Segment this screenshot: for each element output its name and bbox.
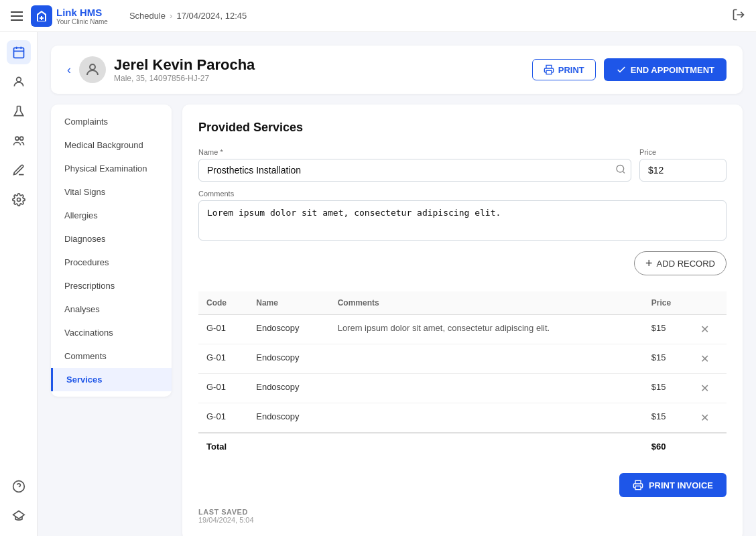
name-group: Name * xyxy=(198,148,631,182)
menu-item-diagnoses[interactable]: Diagnoses xyxy=(51,227,172,251)
patient-header-right: PRINT END APPOINTMENT xyxy=(532,58,727,81)
sidebar-graduation-icon[interactable] xyxy=(7,504,31,528)
patient-name: Jerel Kevin Parocha xyxy=(114,56,255,74)
cell-code: G-01 xyxy=(198,344,248,374)
end-appointment-button[interactable]: END APPOINTMENT xyxy=(604,58,727,81)
form-row-name-price: Name * Price xyxy=(198,148,727,182)
cell-remove[interactable]: ✕ xyxy=(692,403,727,433)
svg-rect-13 xyxy=(635,486,641,489)
menu-item-allergies[interactable]: Allergies xyxy=(51,204,172,227)
menu-item-services[interactable]: Services xyxy=(51,368,172,391)
back-button[interactable]: ‹ xyxy=(67,63,71,77)
svg-point-5 xyxy=(15,137,19,140)
content-area: Complaints Medical Background Physical E… xyxy=(51,105,743,536)
add-record-button[interactable]: + ADD RECORD xyxy=(634,251,727,275)
menu-item-medical-background[interactable]: Medical Background xyxy=(51,133,172,157)
menu-item-vaccinations[interactable]: Vaccinations xyxy=(51,321,172,344)
print-button[interactable]: PRINT xyxy=(532,59,596,80)
svg-point-4 xyxy=(16,77,21,82)
cell-remove[interactable]: ✕ xyxy=(692,315,727,344)
logo-sub: Your Clinic Name xyxy=(56,18,108,25)
sidebar-person-icon[interactable] xyxy=(7,70,31,94)
cell-name: Endoscopy xyxy=(248,315,329,344)
top-nav: Link HMS Your Clinic Name Schedule › 17/… xyxy=(0,0,756,32)
end-appointment-label: END APPOINTMENT xyxy=(631,65,714,75)
table-row: G-01 Endoscopy $15 ✕ xyxy=(198,374,727,403)
total-label: Total xyxy=(198,433,643,460)
svg-point-11 xyxy=(617,165,624,173)
table-row: G-01 Endoscopy $15 ✕ xyxy=(198,403,727,433)
print-label: PRINT xyxy=(558,65,584,75)
main-content: ‹ Jerel Kevin Parocha Male, 35, 14097856… xyxy=(38,32,756,536)
sidebar-gear-icon[interactable] xyxy=(7,188,31,212)
sidebar-question-icon[interactable] xyxy=(7,474,31,498)
cell-remove[interactable]: ✕ xyxy=(692,374,727,403)
cell-remove[interactable]: ✕ xyxy=(692,344,727,374)
menu-item-prescriptions[interactable]: Prescriptions xyxy=(51,274,172,297)
cell-price: $15 xyxy=(643,315,692,344)
sidebar-bottom xyxy=(7,474,31,528)
menu-item-analyses[interactable]: Analyses xyxy=(51,297,172,321)
sidebar-pen-icon[interactable] xyxy=(7,158,31,182)
remove-row-button[interactable]: ✕ xyxy=(700,323,709,336)
cell-name: Endoscopy xyxy=(248,403,329,433)
svg-point-7 xyxy=(17,198,20,202)
search-icon-button[interactable] xyxy=(615,164,626,177)
svg-point-9 xyxy=(90,64,95,70)
remove-row-button[interactable]: ✕ xyxy=(700,411,709,424)
logo-icon xyxy=(31,5,52,27)
table-body: G-01 Endoscopy Lorem ipsum dolor sit ame… xyxy=(198,315,727,460)
menu-item-comments[interactable]: Comments xyxy=(51,344,172,368)
sidebar-flask-icon[interactable] xyxy=(7,99,31,123)
svg-rect-0 xyxy=(13,48,23,58)
svg-line-12 xyxy=(623,172,625,174)
services-table: Code Name Comments Price G-01 Endoscopy … xyxy=(198,291,727,460)
table-row: G-01 Endoscopy Lorem ipsum dolor sit ame… xyxy=(198,315,727,344)
last-saved: LAST SAVED 19/04/2024, 5:04 xyxy=(198,508,727,524)
sidebar-menu: Complaints Medical Background Physical E… xyxy=(51,105,172,397)
total-value: $60 xyxy=(643,433,692,460)
remove-row-button[interactable]: ✕ xyxy=(700,382,709,395)
table-header: Code Name Comments Price xyxy=(198,291,727,315)
menu-button[interactable] xyxy=(11,11,23,21)
comments-group: Comments xyxy=(198,190,727,241)
services-panel: Provided Services Name * Price xyxy=(182,105,743,536)
price-label: Price xyxy=(639,148,727,156)
comments-input[interactable] xyxy=(198,200,727,241)
sidebar xyxy=(0,32,38,536)
patient-avatar xyxy=(79,56,106,83)
sidebar-group-icon[interactable] xyxy=(7,129,31,153)
menu-item-procedures[interactable]: Procedures xyxy=(51,251,172,274)
name-input-wrap xyxy=(198,159,631,182)
top-nav-right[interactable] xyxy=(732,8,745,23)
name-input[interactable] xyxy=(198,159,631,182)
breadcrumb-separator: › xyxy=(170,11,172,21)
cell-code: G-01 xyxy=(198,403,248,433)
cell-comments: Lorem ipsum dolor sit amet, consectetur … xyxy=(330,315,643,344)
price-input[interactable] xyxy=(639,159,727,182)
sidebar-calendar-icon[interactable] xyxy=(7,40,31,64)
table-row: G-01 Endoscopy $15 ✕ xyxy=(198,344,727,374)
patient-header-left: ‹ Jerel Kevin Parocha Male, 35, 14097856… xyxy=(67,56,255,83)
patient-header: ‹ Jerel Kevin Parocha Male, 35, 14097856… xyxy=(51,46,743,94)
svg-rect-10 xyxy=(546,70,552,74)
name-label: Name * xyxy=(198,148,631,156)
col-action xyxy=(692,291,727,315)
breadcrumb: Schedule › 17/04/2024, 12:45 xyxy=(129,11,247,21)
svg-point-6 xyxy=(19,137,23,140)
patient-meta: Male, 35, 14097856-HJ-27 xyxy=(114,74,255,83)
cell-comments xyxy=(330,374,643,403)
cell-comments xyxy=(330,403,643,433)
cell-price: $15 xyxy=(643,374,692,403)
breadcrumb-schedule[interactable]: Schedule xyxy=(129,11,166,21)
remove-row-button[interactable]: ✕ xyxy=(700,352,709,365)
cell-price: $15 xyxy=(643,403,692,433)
total-row: Total $60 xyxy=(198,433,727,460)
col-code: Code xyxy=(198,291,248,315)
menu-item-complaints[interactable]: Complaints xyxy=(51,110,172,133)
menu-item-vital-signs[interactable]: Vital Signs xyxy=(51,180,172,204)
cell-price: $15 xyxy=(643,344,692,374)
cell-name: Endoscopy xyxy=(248,344,329,374)
menu-item-physical-examination[interactable]: Physical Examination xyxy=(51,157,172,180)
print-invoice-button[interactable]: PRINT INVOICE xyxy=(619,473,727,497)
